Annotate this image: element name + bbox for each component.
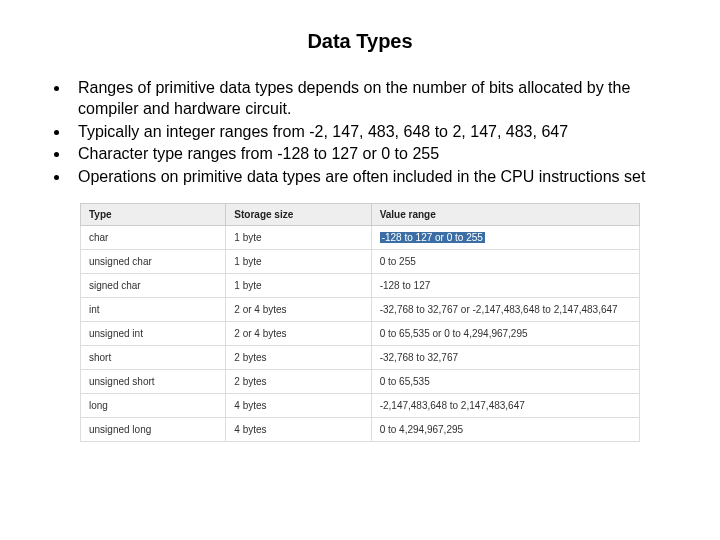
cell-size: 1 byte [226,249,371,273]
cell-size: 4 bytes [226,393,371,417]
cell-type: unsigned long [81,417,226,441]
cell-range: 0 to 65,535 [371,369,639,393]
cell-size: 2 bytes [226,369,371,393]
table-row: int2 or 4 bytes-32,768 to 32,767 or -2,1… [81,297,640,321]
cell-size: 2 or 4 bytes [226,297,371,321]
cell-range: -32,768 to 32,767 or -2,147,483,648 to 2… [371,297,639,321]
table-row: signed char1 byte-128 to 127 [81,273,640,297]
cell-type: short [81,345,226,369]
table-row: unsigned char1 byte0 to 255 [81,249,640,273]
table-body: char1 byte-128 to 127 or 0 to 255unsigne… [81,225,640,441]
cell-size: 1 byte [226,225,371,249]
slide-title: Data Types [30,30,690,53]
cell-range: -128 to 127 or 0 to 255 [371,225,639,249]
cell-type: long [81,393,226,417]
bullet-item: Operations on primitive data types are o… [70,167,690,188]
cell-type: signed char [81,273,226,297]
cell-range: 0 to 255 [371,249,639,273]
cell-type: unsigned int [81,321,226,345]
highlighted-text: -128 to 127 or 0 to 255 [380,232,485,243]
cell-type: unsigned char [81,249,226,273]
table-row: short2 bytes-32,768 to 32,767 [81,345,640,369]
bullet-item: Typically an integer ranges from -2, 147… [70,122,690,143]
cell-range: -32,768 to 32,767 [371,345,639,369]
bullet-item: Ranges of primitive data types depends o… [70,78,690,120]
table-header-row: Type Storage size Value range [81,203,640,225]
cell-type: int [81,297,226,321]
slide: Data Types Ranges of primitive data type… [0,0,720,462]
header-range: Value range [371,203,639,225]
table-row: long4 bytes-2,147,483,648 to 2,147,483,6… [81,393,640,417]
table-row: unsigned int2 or 4 bytes0 to 65,535 or 0… [81,321,640,345]
cell-size: 2 bytes [226,345,371,369]
header-type: Type [81,203,226,225]
cell-range: -128 to 127 [371,273,639,297]
bullet-item: Character type ranges from -128 to 127 o… [70,144,690,165]
cell-size: 4 bytes [226,417,371,441]
cell-range: -2,147,483,648 to 2,147,483,647 [371,393,639,417]
table-row: unsigned short2 bytes0 to 65,535 [81,369,640,393]
bullet-list: Ranges of primitive data types depends o… [30,78,690,188]
table-row: char1 byte-128 to 127 or 0 to 255 [81,225,640,249]
cell-range: 0 to 65,535 or 0 to 4,294,967,295 [371,321,639,345]
header-size: Storage size [226,203,371,225]
types-table-wrap: Type Storage size Value range char1 byte… [80,203,640,442]
cell-size: 2 or 4 bytes [226,321,371,345]
cell-type: unsigned short [81,369,226,393]
table-row: unsigned long4 bytes0 to 4,294,967,295 [81,417,640,441]
cell-size: 1 byte [226,273,371,297]
cell-range: 0 to 4,294,967,295 [371,417,639,441]
types-table: Type Storage size Value range char1 byte… [80,203,640,442]
cell-type: char [81,225,226,249]
